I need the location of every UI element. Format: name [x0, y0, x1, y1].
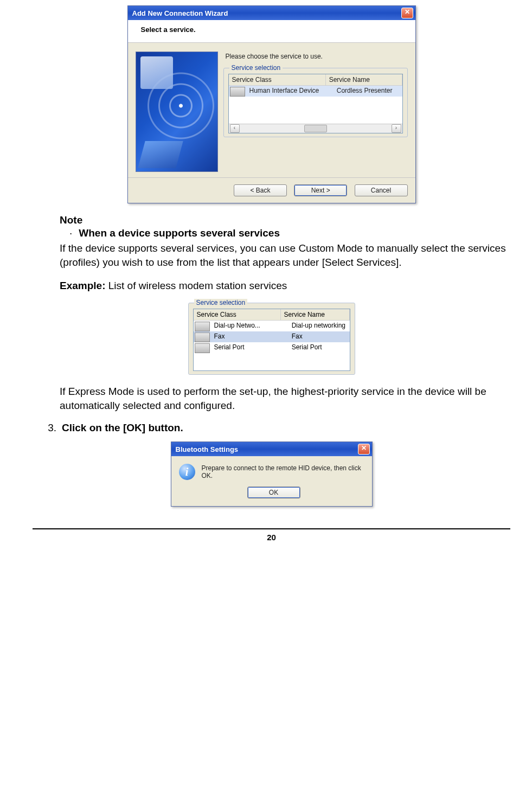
- dialog-message: Prepare to connect to the remote HID dev…: [202, 464, 364, 479]
- bullet-dot-icon: ·: [69, 227, 76, 239]
- wizard-button-row: < Back Next > Cancel: [128, 177, 415, 203]
- note-bullet: · When a device supports several service…: [69, 227, 510, 239]
- note-heading: Note: [60, 214, 510, 226]
- service-selection-group: Service selection Service Class Service …: [223, 68, 408, 137]
- list-item[interactable]: Serial Port Serial Port: [194, 342, 350, 353]
- back-button[interactable]: < Back: [234, 184, 287, 196]
- device-icon: [230, 87, 245, 97]
- scroll-right-icon[interactable]: ›: [392, 124, 401, 133]
- next-button[interactable]: Next >: [294, 184, 347, 196]
- page-number: 20: [33, 528, 510, 542]
- example-label: Example:: [60, 280, 105, 291]
- example-line: Example: List of wireless modem station …: [60, 279, 510, 293]
- step-text: Click on the [OK] button.: [62, 422, 183, 434]
- device-icon: [195, 332, 210, 342]
- cell-service-class: Fax: [211, 331, 289, 342]
- scroll-thumb[interactable]: [304, 125, 327, 132]
- cell-service-name: Cordless Presenter: [334, 86, 402, 97]
- note-bullet-title: When a device supports several services: [79, 227, 280, 239]
- wizard-title: Add New Connection Wizard: [132, 9, 228, 17]
- col-service-class: Service Class: [194, 309, 281, 320]
- service-list[interactable]: Service Class Service Name Human Interfa…: [228, 74, 403, 133]
- ok-button[interactable]: OK: [247, 487, 300, 498]
- bluetooth-settings-dialog: Bluetooth Settings ✕ i Prepare to connec…: [171, 442, 373, 507]
- group-label: Service selection: [194, 299, 248, 306]
- express-mode-paragraph: If Express Mode is used to perform the s…: [60, 385, 510, 412]
- close-icon[interactable]: ✕: [358, 444, 370, 455]
- group-label: Service selection: [229, 64, 283, 72]
- step-3: 3. Click on the [OK] button.: [33, 422, 510, 434]
- example-text: List of wireless modem station services: [105, 280, 287, 291]
- list-item[interactable]: Dial-up Netwo... Dial-up networking: [194, 321, 350, 331]
- example-service-selection-group: Service selection Service Class Service …: [188, 303, 355, 375]
- dialog-titlebar: Bluetooth Settings ✕: [171, 442, 372, 456]
- cell-service-class: Serial Port: [211, 342, 289, 353]
- info-icon: i: [179, 464, 195, 480]
- list-header: Service Class Service Name: [229, 74, 402, 86]
- horizontal-scrollbar[interactable]: ‹ ›: [229, 124, 402, 133]
- list-item[interactable]: Fax Fax: [194, 331, 350, 342]
- cell-service-name: Fax: [289, 331, 350, 342]
- cell-service-class: Dial-up Netwo...: [211, 321, 289, 331]
- device-icon: [195, 322, 210, 331]
- wizard-illustration: [136, 52, 218, 172]
- close-icon[interactable]: ✕: [401, 8, 413, 18]
- cell-service-name: Dial-up networking: [289, 321, 350, 331]
- step-number: 3.: [33, 422, 62, 434]
- cell-service-class: Human Interface Device: [246, 86, 334, 97]
- scroll-left-icon[interactable]: ‹: [230, 124, 240, 133]
- list-header: Service Class Service Name: [194, 309, 350, 321]
- col-service-class: Service Class: [229, 74, 326, 85]
- wizard-instruction: Please choose the service to use.: [226, 53, 408, 60]
- wizard-subtitle: Select a service.: [128, 20, 415, 43]
- cell-service-name: Serial Port: [289, 342, 350, 353]
- cancel-button[interactable]: Cancel: [355, 184, 408, 196]
- col-service-name: Service Name: [281, 309, 350, 320]
- col-service-name: Service Name: [326, 74, 402, 85]
- wizard-titlebar: Add New Connection Wizard ✕: [128, 6, 415, 20]
- wizard-window: Add New Connection Wizard ✕ Select a ser…: [127, 5, 416, 203]
- note-paragraph: If the device supports several services,…: [60, 241, 510, 269]
- device-icon: [195, 343, 210, 353]
- list-item[interactable]: Human Interface Device Cordless Presente…: [229, 86, 402, 97]
- service-list[interactable]: Service Class Service Name Dial-up Netwo…: [193, 309, 350, 371]
- dialog-title: Bluetooth Settings: [176, 445, 239, 453]
